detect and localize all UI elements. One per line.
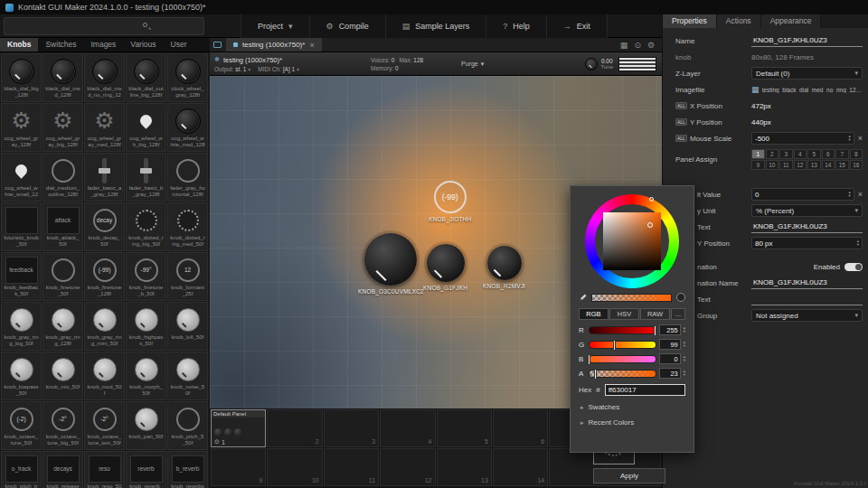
clear-icon[interactable] <box>858 190 863 199</box>
all-badge[interactable]: ALL <box>675 102 687 109</box>
default-value-stepper[interactable]: 0 <box>751 188 854 201</box>
panel-slot[interactable]: 11 <box>324 448 379 486</box>
library-item[interactable]: o_trackknob_pitch_track_50f <box>1 451 42 488</box>
library-item[interactable]: black_dial_med_no_ring_128f <box>84 53 125 102</box>
library-item[interactable]: knob_morph_50f <box>126 352 166 400</box>
channel-slider[interactable] <box>589 370 656 378</box>
library-item[interactable]: knob_dotted_ring_med_50f <box>167 202 208 251</box>
library-item[interactable]: b_reverbknob_reverbs_ring_med_50f <box>167 451 208 488</box>
midi-select[interactable]: MIDI Ch: [A] 1 <box>258 66 299 72</box>
eye-icon[interactable] <box>214 438 220 446</box>
panel-assign-button[interactable]: 16 <box>850 160 863 170</box>
gradient-bar[interactable] <box>591 294 672 302</box>
library-item[interactable]: futuristic_knob_50f <box>1 202 42 251</box>
library-item[interactable]: knob_lowpass_50f <box>1 352 42 400</box>
automation-toggle[interactable] <box>844 263 863 271</box>
channel-slider[interactable] <box>589 355 656 363</box>
library-item[interactable]: knob_highpass_50f <box>126 302 166 351</box>
panel-assign-button[interactable]: 4 <box>794 149 807 159</box>
library-item[interactable]: cog_wheel_white_med_128f <box>167 103 208 152</box>
library-item[interactable]: resoknob_reso_50f <box>84 451 125 488</box>
clear-icon[interactable] <box>858 134 863 143</box>
project-menu-button[interactable]: Project <box>241 14 310 38</box>
section-recent-colors[interactable]: Recent Colors <box>571 415 693 430</box>
library-item[interactable]: knob_pan_50f <box>126 401 166 450</box>
panel-tab-actions[interactable]: Actions <box>717 14 761 28</box>
close-tab-icon[interactable] <box>309 41 314 50</box>
compile-button[interactable]: Compile <box>310 14 386 38</box>
library-item[interactable]: knob_lofi_50f <box>167 302 208 351</box>
stepper-arrows[interactable] <box>684 341 685 348</box>
library-item[interactable]: decaysknob_release_50f <box>42 451 83 488</box>
color-mode-rgb[interactable]: RGB <box>579 308 609 320</box>
name-input[interactable] <box>751 35 863 47</box>
library-item[interactable]: (-99)knob_finetune_128f <box>84 252 125 301</box>
library-item[interactable]: cog_wheel_white_small_128f <box>1 153 42 202</box>
search-box[interactable] <box>4 17 204 35</box>
panel-slot[interactable]: 13 <box>437 448 492 486</box>
sample-layers-button[interactable]: Sample Layers <box>386 14 487 38</box>
canvas-widget[interactable]: KNOB_G1FJKH <box>423 244 467 291</box>
library-tab-switches[interactable]: Switches <box>38 38 83 52</box>
panel-slot[interactable]: 6 <box>493 409 548 447</box>
library-item[interactable]: black_dial_med_128f <box>42 53 83 102</box>
panel-assign-button[interactable]: 11 <box>779 160 793 170</box>
text-ypos-stepper[interactable]: 80 px <box>751 237 863 249</box>
stepper-arrows[interactable] <box>848 135 850 142</box>
stepper-arrows[interactable] <box>684 326 685 333</box>
panel-assign-button[interactable]: 5 <box>807 149 821 159</box>
imagefile-value[interactable]: testing_black_dial_med_no_ring_128fG... <box>762 87 863 93</box>
panel-assign-button[interactable]: 1 <box>751 149 765 159</box>
library-item[interactable]: black_dial_outline_big_128f <box>126 53 166 102</box>
slider-handle[interactable] <box>594 369 597 380</box>
canvas-widget[interactable]: KNOB_R2MVJl <box>483 246 525 289</box>
slider-handle[interactable] <box>654 325 656 336</box>
library-item[interactable]: attackknob_attack_50f <box>42 202 83 251</box>
apply-button[interactable]: Apply <box>593 468 665 483</box>
canvas-widget[interactable]: KNOB_O3C0UVMLXC2 <box>358 233 424 295</box>
slider-handle[interactable] <box>588 354 590 365</box>
channel-value[interactable]: 0 <box>659 353 681 364</box>
group-select[interactable]: Not assigned <box>751 309 863 322</box>
panel-slot[interactable]: 2 <box>267 409 322 447</box>
library-item[interactable]: (-2)knob_octave_tune_50f <box>1 401 42 450</box>
library-item[interactable]: knob_dotted_ring_big_50f <box>126 202 166 251</box>
library-item[interactable]: cog_wheel_gray_128f <box>1 103 42 152</box>
library-tab-knobs[interactable]: Knobs <box>0 38 38 52</box>
library-tab-images[interactable]: Images <box>83 38 123 52</box>
library-item[interactable]: black_dial_big_128f <box>1 53 42 102</box>
panel-slot[interactable]: 14 <box>493 448 548 486</box>
library-item[interactable]: -99°knob_finetune_b_50f <box>126 252 166 301</box>
library-item[interactable]: knob_mix_50f <box>42 352 83 400</box>
mouse-scale-stepper[interactable]: -500 <box>751 132 854 145</box>
panel-assign-button[interactable]: 6 <box>822 149 835 159</box>
library-item[interactable]: cog_wheel_gray_big_128f <box>42 103 83 152</box>
hue-cursor[interactable] <box>649 197 654 202</box>
display-unit-select[interactable]: % (Percent) <box>751 204 863 217</box>
panel-tab-appearance[interactable]: Appearance <box>761 14 822 28</box>
library-item[interactable]: feedbackknob_feedback_50f <box>1 252 42 301</box>
channel-value[interactable]: 255 <box>659 324 681 335</box>
search-input[interactable] <box>5 22 142 30</box>
preview-toggle-icon[interactable] <box>634 41 641 50</box>
channel-value[interactable]: 99 <box>659 339 681 350</box>
stepper-arrows[interactable] <box>684 370 685 377</box>
panel-slot[interactable]: 4 <box>380 409 435 447</box>
library-item[interactable]: cog_wheel_wh_big_128f <box>126 103 166 152</box>
eyedropper-icon[interactable] <box>579 294 587 302</box>
sv-cursor[interactable] <box>647 222 653 228</box>
library-item[interactable]: knob_pitch_5_50f <box>167 401 208 450</box>
library-item[interactable]: -2°knob_octave_tune_big_50f <box>42 401 83 450</box>
stepper-arrows[interactable] <box>848 191 850 198</box>
library-item[interactable]: knob_gray_ring_mini_50f <box>84 302 125 351</box>
library-tab-user[interactable]: User <box>164 38 194 52</box>
panel-assign-button[interactable]: 14 <box>822 160 835 170</box>
tune-knob[interactable] <box>585 58 598 70</box>
library-item[interactable]: clock_wheel_gray_128f <box>167 53 208 102</box>
panel-tab-properties[interactable]: Properties <box>663 14 717 28</box>
color-mode-raw[interactable]: RAW <box>640 308 670 320</box>
automation-text-input[interactable] <box>751 294 863 305</box>
purge-menu[interactable]: Purge <box>454 52 491 75</box>
channel-value[interactable]: 23 <box>659 368 681 379</box>
panel-assign-button[interactable]: 3 <box>779 149 793 159</box>
